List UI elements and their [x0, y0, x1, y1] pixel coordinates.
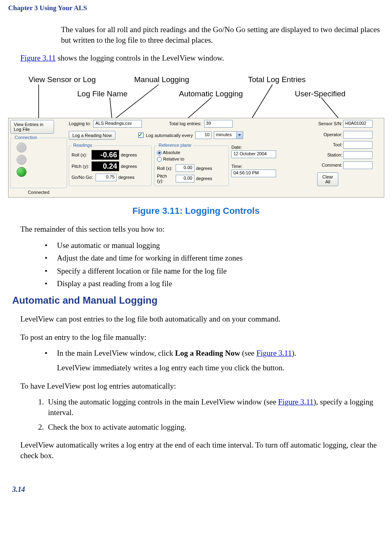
- paragraph: Figure 3.11 shows the logging controls i…: [20, 53, 384, 63]
- logging-to-label: Logging to:: [69, 121, 91, 126]
- total-log-label: Total log entries:: [169, 121, 201, 126]
- roll-x-label: Roll (x):: [72, 152, 90, 157]
- degrees-label: degrees: [118, 175, 135, 180]
- degrees-label: degrees: [196, 166, 212, 171]
- time-label: Time:: [231, 164, 280, 169]
- clear-all-button[interactable]: Clear All: [317, 172, 338, 186]
- text: Using the automatic logging controls in …: [48, 398, 278, 406]
- log-reading-now-button[interactable]: Log a Reading Now: [69, 131, 115, 140]
- station-field[interactable]: [343, 151, 372, 159]
- absolute-radio[interactable]: [157, 150, 162, 155]
- gonogo-label: Go/No Go:: [72, 175, 94, 180]
- bullet-text: Display a past reading from a log file: [57, 278, 172, 289]
- bullet-text: Specify a different location or file nam…: [57, 266, 227, 276]
- date-value: 12 October 2004: [231, 150, 276, 158]
- figure-link[interactable]: Figure 3.11: [257, 349, 292, 357]
- callout-area: View Sensor or Log Log File Name Manual …: [8, 69, 384, 118]
- degrees-label: degrees: [121, 164, 137, 169]
- chapter-header: Chapter 3 Using Your ALS: [8, 4, 384, 12]
- callout-view-sensor: View Sensor or Log: [28, 75, 96, 84]
- ref-pitch-label: Pitch (y):: [157, 174, 174, 183]
- callout-log-file-name: Log File Name: [77, 89, 128, 98]
- ref-pitch-value[interactable]: 0.00: [176, 175, 194, 183]
- tool-label: Tool:: [317, 142, 342, 147]
- bullet-list: •Use automatic or manual logging •Adjust…: [45, 240, 384, 289]
- comment-field[interactable]: [343, 161, 372, 169]
- step-number: 2.: [33, 422, 48, 433]
- status-light-off: [17, 155, 26, 165]
- bullet-text: Use automatic or manual logging: [57, 240, 160, 251]
- paragraph: The values for all roll and pitch readin…: [61, 24, 384, 45]
- bullet-text: Adjust the date and time for working in …: [57, 253, 243, 263]
- bullet-list: • In the main LevelView window, click Lo…: [45, 348, 384, 373]
- view-entries-button[interactable]: View Entries in Log File: [10, 120, 54, 134]
- roll-x-value: -0.66: [91, 150, 119, 160]
- pitch-y-value: 0.24: [91, 161, 119, 171]
- relative-radio[interactable]: [157, 157, 162, 162]
- step-number: 1.: [33, 397, 48, 417]
- section-heading: Automatic and Manual Logging: [12, 295, 384, 306]
- gonogo-value: 0.75: [96, 174, 117, 181]
- log-auto-unit-select[interactable]: minutes: [214, 131, 237, 139]
- paragraph: The remainder of this section tells you …: [20, 224, 384, 235]
- station-label: Station:: [317, 152, 342, 157]
- text: (see: [240, 349, 256, 357]
- date-label: Date:: [231, 145, 280, 150]
- comment-label: Comment:: [317, 163, 342, 167]
- logging-to-field[interactable]: ALS Readings.csv: [93, 120, 142, 128]
- callout-user-specified: User-Specified: [295, 89, 346, 98]
- time-value: 04:56:10 PM: [231, 170, 276, 177]
- log-auto-checkbox[interactable]: [138, 133, 144, 138]
- ref-roll-value[interactable]: 0.00: [176, 164, 194, 172]
- status-light-off: [17, 143, 26, 152]
- text: In the main LevelView window, click: [57, 349, 175, 357]
- text: LevelView immediately writes a log entry…: [57, 363, 296, 373]
- svg-line-1: [110, 98, 112, 118]
- ref-roll-label: Roll (x):: [157, 166, 174, 171]
- readings-group-title: Readings: [72, 143, 94, 148]
- connection-group-title: Connection: [13, 135, 39, 140]
- levelview-screenshot: View Entries in Log File Connection Conn…: [8, 118, 384, 198]
- paragraph: To post an entry to the log file manuall…: [20, 332, 384, 343]
- text: ).: [292, 349, 296, 357]
- svg-line-4: [252, 85, 272, 118]
- paragraph: LevelView can post entries to the log fi…: [20, 314, 384, 324]
- sensor-sn-value: H0A01002: [343, 120, 372, 128]
- text: Check the box to activate automatic logg…: [48, 422, 186, 433]
- refplane-group-title: Reference plane: [157, 143, 193, 148]
- log-auto-label: Log automatically every: [146, 133, 193, 138]
- dropdown-arrow-icon[interactable]: [237, 131, 243, 139]
- page-number: 3.14: [12, 485, 384, 494]
- status-light-green: [17, 167, 26, 177]
- tool-field[interactable]: [343, 141, 372, 149]
- operator-field[interactable]: [343, 131, 372, 139]
- bold-text: Log a Reading Now: [175, 349, 240, 357]
- degrees-label: degrees: [196, 176, 212, 181]
- callout-manual-logging: Manual Logging: [134, 75, 189, 84]
- relative-label: Relative to: [163, 157, 184, 161]
- operator-label: Operator:: [317, 132, 342, 137]
- paragraph: LevelView automatically writes a log ent…: [20, 440, 384, 461]
- callout-automatic-logging: Automatic Logging: [179, 89, 243, 98]
- degrees-label: degrees: [121, 152, 137, 157]
- figure-caption: Figure 3.11: Logging Controls: [8, 206, 384, 216]
- clear-all-text: Clear All: [322, 174, 333, 184]
- sensor-sn-label: Sensor S/N:: [317, 121, 342, 126]
- paragraph: To have LevelView post log entries autom…: [20, 381, 384, 391]
- log-auto-interval[interactable]: 10: [195, 131, 211, 139]
- connected-label: Connected: [10, 190, 67, 195]
- numbered-list: 1. Using the automatic logging controls …: [33, 397, 384, 432]
- figure-link[interactable]: Figure 3.11: [278, 398, 314, 406]
- total-log-field: 39: [204, 120, 233, 128]
- pitch-y-label: Pitch (y):: [72, 164, 90, 169]
- text: shows the logging controls in the LevelV…: [56, 54, 224, 62]
- figure-link[interactable]: Figure 3.11: [20, 54, 56, 62]
- absolute-label: Absolute: [163, 150, 180, 155]
- callout-total-log-entries: Total Log Entries: [248, 75, 306, 84]
